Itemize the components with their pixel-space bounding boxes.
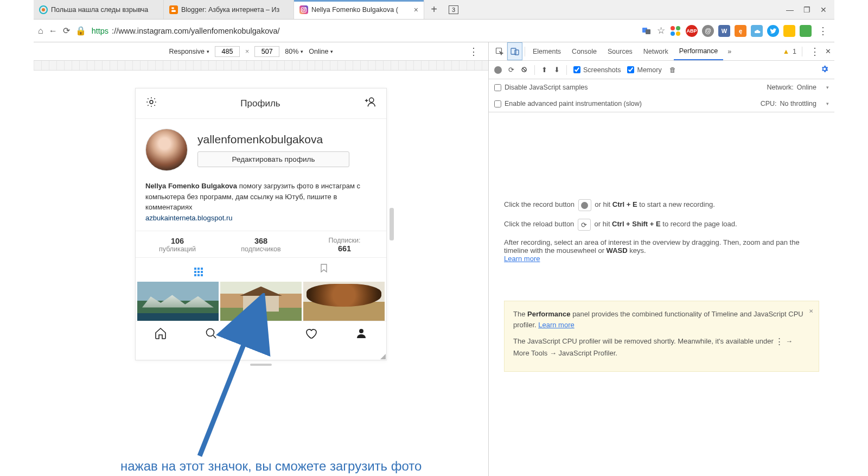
save-profile-icon[interactable]: ⬇ bbox=[554, 66, 560, 74]
gear-icon[interactable] bbox=[145, 96, 157, 111]
clear-icon[interactable]: 🛇 bbox=[521, 66, 528, 74]
svg-rect-18 bbox=[511, 48, 516, 54]
resize-handle-right[interactable] bbox=[390, 208, 394, 240]
svg-rect-5 bbox=[299, 5, 308, 14]
tab-2[interactable]: Nellya Fomenko Bulgakova ( × bbox=[294, 0, 424, 19]
performance-toolbar: ⟳ 🛇 ⬆ ⬇ Screenshots Memory 🗑 bbox=[489, 61, 834, 79]
add-user-icon[interactable] bbox=[363, 96, 376, 111]
svg-rect-3 bbox=[171, 7, 174, 9]
bio-link[interactable]: azbukainterneta.blogspot.ru bbox=[145, 214, 232, 222]
devtools-menu-icon[interactable]: ⋮ bbox=[808, 46, 822, 58]
console-tab[interactable]: Console bbox=[566, 42, 602, 60]
edit-profile-button[interactable]: Редактировать профиль bbox=[197, 151, 349, 167]
height-input[interactable] bbox=[254, 46, 279, 57]
at-ext-icon[interactable]: @ bbox=[702, 25, 714, 37]
learn-more-link-2[interactable]: Learn more bbox=[538, 321, 574, 329]
twitter-ext-icon[interactable] bbox=[767, 25, 779, 37]
warning-icon[interactable]: ▲ bbox=[783, 48, 789, 55]
tab-1[interactable]: Blogger: Азбука интернета – Из bbox=[164, 0, 294, 19]
close-window-icon[interactable]: ✕ bbox=[820, 5, 827, 14]
record-button-inline[interactable] bbox=[578, 199, 591, 211]
record-icon[interactable] bbox=[494, 66, 502, 74]
svg-point-13 bbox=[206, 329, 214, 337]
warning-count: 1 bbox=[793, 48, 796, 55]
gallery-item[interactable] bbox=[220, 282, 302, 321]
home-nav-icon[interactable] bbox=[136, 321, 186, 348]
search-nav-icon[interactable] bbox=[186, 321, 235, 348]
close-icon[interactable]: × bbox=[414, 5, 418, 14]
memory-checkbox[interactable]: Memory bbox=[627, 66, 661, 74]
performance-settings: Disable JavaScript samples Network: Onli… bbox=[489, 79, 834, 112]
throttle-select[interactable]: Online bbox=[309, 48, 333, 55]
tab-overflow-icon[interactable]: » bbox=[723, 48, 736, 55]
screenshots-checkbox[interactable]: Screenshots bbox=[573, 66, 621, 74]
performance-body: Click the record button or hit Ctrl + E … bbox=[489, 112, 834, 476]
stat-posts[interactable]: 106 публикаций bbox=[136, 231, 219, 257]
grid-tab[interactable] bbox=[136, 258, 261, 282]
gallery bbox=[136, 282, 386, 321]
bookmark-star-icon[interactable]: ☆ bbox=[657, 25, 665, 36]
minimize-icon[interactable]: ― bbox=[786, 5, 794, 14]
instagram-icon bbox=[299, 5, 308, 14]
width-input[interactable] bbox=[215, 46, 240, 57]
device-select[interactable]: Responsive bbox=[169, 48, 209, 55]
tab-counter[interactable]: 3 bbox=[444, 5, 463, 14]
cpu-select[interactable]: No throttling bbox=[780, 100, 829, 107]
disable-js-checkbox[interactable]: Disable JavaScript samples bbox=[494, 84, 588, 91]
url-scheme: https bbox=[92, 27, 108, 35]
colors-ext-icon[interactable] bbox=[669, 25, 681, 37]
avatar[interactable] bbox=[145, 129, 188, 171]
lock-icon: 🔒 bbox=[75, 26, 86, 36]
add-post-icon[interactable] bbox=[236, 321, 286, 348]
learn-more-link[interactable]: Learn more bbox=[504, 255, 540, 263]
stats-row: 106 публикаций 368 подписчиков Подписки:… bbox=[136, 231, 386, 257]
green-ext-icon[interactable] bbox=[800, 25, 812, 37]
stat-followers[interactable]: 368 подписчиков bbox=[219, 231, 303, 257]
zoom-select[interactable]: 80% bbox=[285, 48, 303, 55]
settings-gear-icon[interactable] bbox=[820, 65, 829, 75]
abp-ext-icon[interactable]: ABP bbox=[686, 25, 698, 37]
device-menu-icon[interactable]: ⋮ bbox=[467, 46, 481, 58]
network-tab[interactable]: Network bbox=[638, 42, 674, 60]
performance-tab[interactable]: Performance bbox=[674, 42, 724, 60]
inspect-icon[interactable] bbox=[492, 42, 507, 60]
ok-ext-icon[interactable]: ę bbox=[735, 25, 746, 37]
stat-following[interactable]: Подписки: 661 bbox=[303, 231, 386, 257]
home-icon[interactable]: ⌂ bbox=[38, 26, 43, 36]
tab-title: Польша нашла следы взрывча bbox=[51, 6, 158, 14]
elements-tab[interactable]: Elements bbox=[527, 42, 566, 60]
advanced-paint-checkbox[interactable]: Enable advanced paint instrumentation (s… bbox=[494, 100, 642, 107]
garbage-icon[interactable]: 🗑 bbox=[669, 66, 676, 74]
load-profile-icon[interactable]: ⬆ bbox=[541, 66, 547, 74]
extension-icons: ☆ ABP @ W ę ⋮ bbox=[641, 25, 830, 37]
maximize-icon[interactable]: ❐ bbox=[803, 5, 810, 14]
vk-ext-icon[interactable]: W bbox=[718, 25, 730, 37]
profile-tabs bbox=[136, 257, 386, 282]
info-close-icon[interactable]: × bbox=[809, 306, 813, 316]
reload-record-icon[interactable]: ⟳ bbox=[508, 66, 514, 74]
reload-icon[interactable]: ⟳ bbox=[63, 26, 70, 36]
tab-0[interactable]: Польша нашла следы взрывча bbox=[34, 0, 164, 19]
resize-handle-corner[interactable] bbox=[376, 350, 387, 360]
username: yallenfomenkobulgakova bbox=[197, 133, 349, 146]
translate-ext-icon[interactable] bbox=[641, 25, 653, 37]
new-tab-button[interactable]: + bbox=[424, 3, 444, 16]
url-field[interactable]: https://www.instagram.com/yallenfomenkob… bbox=[92, 27, 635, 35]
devtools-close-icon[interactable]: ✕ bbox=[825, 47, 831, 55]
bio: Nellya Fomenko Bulgakova помогу загрузит… bbox=[136, 181, 386, 231]
saved-tab[interactable] bbox=[261, 258, 386, 282]
gallery-item[interactable] bbox=[137, 282, 219, 321]
network-select[interactable]: Online bbox=[797, 84, 829, 91]
activity-nav-icon[interactable] bbox=[286, 321, 336, 348]
window-controls: ― ❐ ✕ bbox=[778, 5, 834, 14]
reload-button-inline[interactable]: ⟳ bbox=[578, 219, 591, 231]
back-icon[interactable]: ← bbox=[49, 26, 58, 36]
cloud-ext-icon[interactable] bbox=[751, 25, 763, 37]
yandex-ext-icon[interactable] bbox=[783, 25, 795, 37]
profile-nav-icon[interactable] bbox=[336, 321, 386, 348]
gallery-item[interactable] bbox=[303, 282, 385, 321]
resize-handle-bottom[interactable] bbox=[250, 364, 272, 366]
device-toggle-icon[interactable] bbox=[507, 42, 522, 60]
sources-tab[interactable]: Sources bbox=[602, 42, 638, 60]
menu-dots-icon[interactable]: ⋮ bbox=[816, 25, 830, 37]
